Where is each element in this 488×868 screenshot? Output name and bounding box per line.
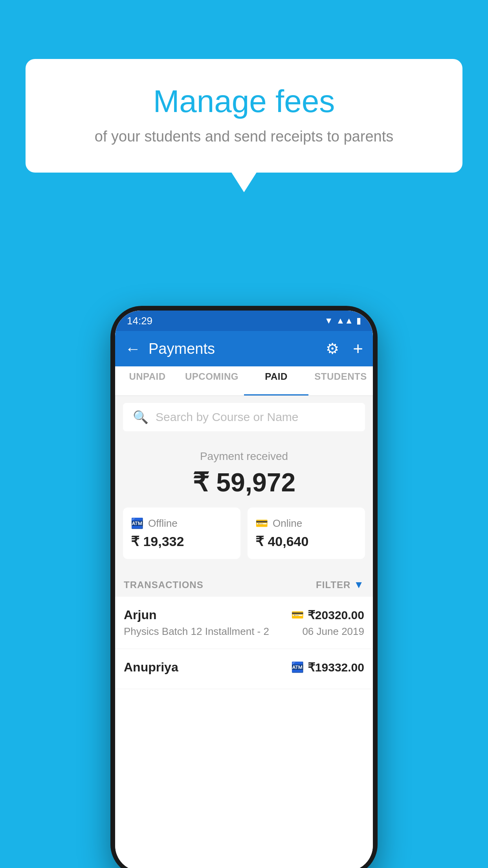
transactions-label: TRANSACTIONS: [124, 579, 204, 590]
search-bar[interactable]: 🔍 Search by Course or Name: [123, 403, 365, 431]
bubble-title: Manage fees: [57, 83, 431, 120]
search-placeholder: Search by Course or Name: [156, 410, 299, 424]
signal-icon: ▲▲: [336, 316, 353, 326]
tab-students[interactable]: STUDENTS: [308, 366, 373, 395]
transaction-amount-1: ₹20320.00: [308, 608, 364, 622]
back-button[interactable]: ←: [125, 340, 141, 358]
transaction-top-2: Anupriya 🏧 ₹19332.00: [124, 660, 364, 675]
transaction-amount-container-1: 💳 ₹20320.00: [291, 608, 364, 622]
tab-paid[interactable]: PAID: [244, 366, 308, 395]
transaction-amount-2: ₹19332.00: [308, 660, 364, 674]
search-icon: 🔍: [133, 410, 149, 425]
payment-total: ₹ 59,972: [123, 467, 365, 498]
offline-label: Offline: [148, 517, 178, 530]
transaction-course-1: Physics Batch 12 Installment - 2: [124, 625, 269, 638]
phone-inner: 14:29 ▼ ▲▲ ▮ ← Payments ⚙ + UNPAID UPCOM…: [115, 311, 373, 868]
filter-icon: ▼: [354, 579, 364, 591]
search-container: 🔍 Search by Course or Name: [115, 396, 373, 438]
status-bar: 14:29 ▼ ▲▲ ▮: [115, 311, 373, 331]
filter-text: FILTER: [316, 579, 350, 590]
payment-label: Payment received: [123, 450, 365, 463]
cash-icon: 🏧: [131, 517, 143, 530]
offline-amount: ₹ 19,332: [131, 533, 233, 549]
online-amount: ₹ 40,640: [255, 533, 357, 549]
online-card-header: 💳 Online: [255, 517, 357, 530]
cash-payment-icon: 🏧: [291, 661, 304, 673]
wifi-icon: ▼: [325, 316, 333, 326]
bubble-subtitle: of your students and send receipts to pa…: [57, 128, 431, 145]
transaction-name-2: Anupriya: [124, 660, 178, 675]
settings-icon[interactable]: ⚙: [326, 340, 339, 357]
battery-icon: ▮: [356, 316, 361, 326]
phone-frame: 14:29 ▼ ▲▲ ▮ ← Payments ⚙ + UNPAID UPCOM…: [110, 306, 378, 868]
header-title: Payments: [149, 340, 318, 357]
online-label: Online: [273, 517, 302, 530]
transactions-header: TRANSACTIONS FILTER ▼: [115, 571, 373, 597]
transaction-name-1: Arjun: [124, 608, 157, 622]
tabs-container: UNPAID UPCOMING PAID STUDENTS: [115, 366, 373, 396]
filter-button[interactable]: FILTER ▼: [316, 579, 364, 591]
card-payment-icon: 💳: [291, 609, 304, 621]
status-icons: ▼ ▲▲ ▮: [325, 316, 361, 326]
table-row[interactable]: Arjun 💳 ₹20320.00 Physics Batch 12 Insta…: [115, 597, 373, 649]
transaction-bottom-1: Physics Batch 12 Installment - 2 06 June…: [124, 625, 364, 638]
add-button[interactable]: +: [353, 339, 363, 359]
transaction-top-1: Arjun 💳 ₹20320.00: [124, 608, 364, 622]
status-time: 14:29: [127, 315, 152, 327]
table-row[interactable]: Anupriya 🏧 ₹19332.00: [115, 649, 373, 689]
offline-card-header: 🏧 Offline: [131, 517, 233, 530]
app-header: ← Payments ⚙ +: [115, 331, 373, 366]
online-card: 💳 Online ₹ 40,640: [248, 508, 365, 559]
tab-unpaid[interactable]: UNPAID: [115, 366, 180, 395]
payment-cards: 🏧 Offline ₹ 19,332 💳 Online ₹ 40,640: [123, 508, 365, 559]
tab-upcoming[interactable]: UPCOMING: [180, 366, 244, 395]
transaction-date-1: 06 June 2019: [302, 625, 364, 638]
phone-screen: 14:29 ▼ ▲▲ ▮ ← Payments ⚙ + UNPAID UPCOM…: [115, 311, 373, 868]
speech-bubble-container: Manage fees of your students and send re…: [26, 59, 462, 173]
speech-bubble: Manage fees of your students and send re…: [26, 59, 462, 173]
offline-card: 🏧 Offline ₹ 19,332: [123, 508, 240, 559]
card-icon: 💳: [255, 517, 268, 530]
payment-summary: Payment received ₹ 59,972 🏧 Offline ₹ 19…: [115, 438, 373, 571]
transaction-amount-container-2: 🏧 ₹19332.00: [291, 660, 364, 674]
